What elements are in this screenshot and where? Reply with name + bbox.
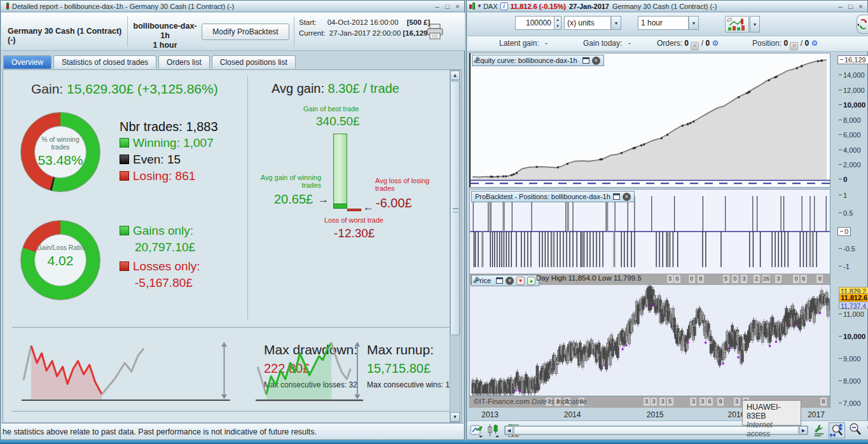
best-trade-bar [333, 134, 347, 209]
position-settings-icon[interactable]: ⚙ [811, 39, 818, 48]
close-position-icon[interactable]: ✕ [790, 42, 798, 50]
print-icon[interactable] [426, 23, 445, 41]
latent-gain-label: Latent gain: [499, 39, 539, 48]
brand-watermark: ©IT-Finance.com [474, 398, 530, 405]
detach-window-icon[interactable] [582, 57, 589, 64]
orders-settings-icon[interactable]: ⚙ [712, 39, 719, 48]
scroll-right-icon[interactable]: ▶ [799, 426, 808, 434]
divider [127, 17, 128, 46]
horizontal-divider [12, 411, 450, 412]
axis-tick--1: -1 [839, 263, 850, 270]
timeframe-select[interactable]: 1 hour [638, 16, 689, 30]
report-header: Germany 30 Cash (1 Contract) (-) bollibo… [1, 13, 465, 51]
scroll-down-icon[interactable]: ▼ [450, 412, 460, 422]
units-select[interactable]: (x) units [564, 16, 611, 30]
tab-overview[interactable]: Overview [3, 55, 52, 69]
price-candlestick-plot[interactable] [470, 285, 830, 396]
axis-digit: 3 [734, 398, 740, 406]
buy-icon[interactable]: ▲ [527, 277, 535, 285]
chart-type-button[interactable] [725, 16, 749, 32]
winning-donut-label: % of winning trades [35, 135, 86, 151]
axis-digit: 8 [698, 275, 704, 283]
chart-titlebar[interactable]: ▼ DAX i 11,812.6 (-0.15%) 27-Jan-2017 Ge… [467, 1, 867, 12]
chart-settings-icon[interactable] [812, 424, 826, 438]
winning-swatch-icon [120, 138, 129, 148]
axis-tick-0: 0 [839, 176, 847, 183]
step-up-icon: ▲ [555, 17, 560, 23]
axis-tick-0: 0 [837, 227, 851, 236]
axis-digit: 0 [793, 275, 799, 283]
maximize-icon[interactable]: □ [846, 2, 855, 11]
winning-label: Winning: [133, 136, 180, 149]
avg-win-value: 20.65£ [274, 192, 313, 207]
chart-type-dropdown-icon[interactable]: ▼ [750, 16, 760, 32]
detailed-report-titlebar[interactable]: Detailed report - bollibounce-dax-1h - G… [1, 1, 464, 12]
minimize-icon[interactable]: – [433, 2, 441, 11]
axis-digit: 6 [706, 398, 713, 406]
vertical-divider [247, 75, 248, 319]
symbol-dropdown-icon[interactable]: ▼ [477, 3, 482, 9]
tab-closed-positions-list[interactable]: Closed positions list [212, 55, 296, 69]
ratio-donut-label: Gain/Loss Ratio [35, 244, 86, 251]
equity-panel-header: Equity curve: bollibounce-dax-1h × [472, 55, 604, 66]
cancel-orders-icon[interactable]: ✕ [691, 42, 699, 50]
scroll-up-icon[interactable]: ▲ [450, 71, 460, 80]
close-icon[interactable]: × [453, 2, 462, 11]
worst-trade-label: Loss of worst trade [324, 216, 383, 224]
axis-tick-8000: 8,000 [839, 116, 861, 124]
axis-tick-7000: 7,000 [839, 399, 861, 407]
equity-curve-panel[interactable]: Equity curve: bollibounce-dax-1h × [469, 53, 830, 188]
instrument-name: Germany 30 Cash (1 Contract) (-) [8, 27, 125, 45]
avg-win-arrow-icon: → [318, 193, 329, 206]
close-icon[interactable]: × [857, 2, 865, 11]
quantity-stepper[interactable]: ▲▼ [555, 16, 561, 30]
losing-value: 861 [176, 169, 196, 183]
position-count: 0 [783, 39, 788, 48]
chart-type-icon [726, 17, 748, 32]
quote-date: 27-Jan-2017 [569, 3, 609, 10]
candlestick-style-icon[interactable] [486, 424, 500, 438]
value-axis-column: 16,12914,00012,00010,0008,0006,0004,0002… [834, 53, 868, 409]
losses-only-value: -5,167.80£ [135, 276, 193, 290]
report-vertical-scrollbar[interactable]: ▲ ▼ [450, 70, 460, 422]
axis-digit: 8 [816, 275, 823, 283]
sell-icon[interactable]: ▼ [516, 277, 525, 285]
detach-window-icon[interactable] [613, 193, 620, 200]
axis-digit: 3 [644, 398, 650, 406]
winning-donut-value: 53.48% [35, 153, 86, 168]
taskbar-edge [0, 440, 868, 444]
axis-tick--0.5: -0.5 [839, 245, 855, 253]
maximize-icon[interactable]: □ [443, 2, 451, 11]
price-panel[interactable]: Price × ▼ ▲ [469, 285, 830, 396]
info-icon[interactable]: i [500, 3, 508, 10]
current-row: Current: 27-Jan-2017 22:00:00 [16,129 £] [299, 29, 436, 37]
minimize-icon[interactable]: – [836, 2, 844, 11]
close-panel-icon[interactable]: × [592, 57, 600, 65]
sync-button[interactable] [857, 15, 868, 34]
timeframe-dropdown-icon[interactable]: ▼ [689, 16, 699, 30]
current-value: 27-Jan-2017 22:00:00 [329, 29, 401, 37]
detach-window-icon[interactable] [496, 277, 503, 284]
equity-panel-title: Equity curve: bollibounce-dax-1h [476, 57, 577, 64]
modify-probacktest-button[interactable]: Modify ProBacktest [202, 24, 289, 40]
vertical-zoom-icon[interactable] [829, 422, 845, 438]
tab-statistics-of-closed-trades[interactable]: Statistics of closed trades [53, 55, 156, 69]
equity-curve-plot[interactable] [471, 53, 830, 187]
drawing-tools-icon[interactable] [470, 424, 484, 438]
avg-gain-label: Avg gain: [272, 81, 324, 95]
scrollbar-thumb[interactable] [450, 81, 460, 335]
close-panel-icon[interactable]: × [623, 193, 631, 201]
day-high-low: Day High 11,854.0 Low 11,799.5 [536, 274, 642, 282]
report-disclaimer: he statistics above relate to past data.… [1, 423, 464, 440]
quantity-input[interactable]: 100000 [515, 16, 555, 30]
zoom-out-icon[interactable] [848, 422, 864, 438]
overview-tab-content: Gain: 15,629.30£ (+3,125.86%) % of winni… [3, 69, 462, 423]
units-dropdown-icon[interactable]: ▼ [611, 16, 621, 30]
scroll-left-icon[interactable]: ◀ [505, 426, 513, 434]
zoom-in-icon[interactable] [865, 422, 868, 438]
gains-swatch-icon [120, 226, 129, 235]
positions-panel[interactable]: ProBacktest - Positions: bollibounce-dax… [469, 189, 830, 274]
close-panel-icon[interactable]: × [506, 277, 514, 285]
tab-orders-list[interactable]: Orders list [158, 55, 210, 69]
ratio-donut-value: 4.02 [35, 253, 86, 268]
